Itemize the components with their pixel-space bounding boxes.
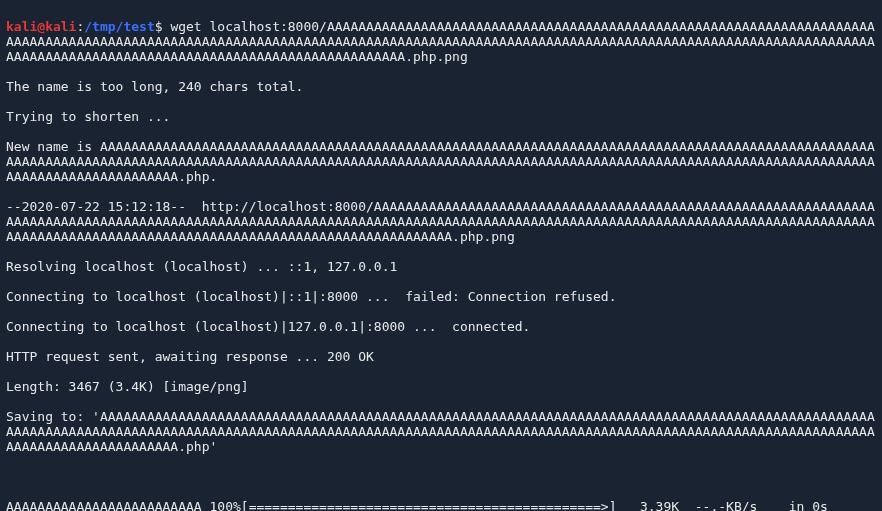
prompt-sym: $ <box>155 19 163 34</box>
output-request-ts: --2020-07-22 15:12:18-- http://localhost… <box>6 199 876 244</box>
blank-line <box>6 469 876 484</box>
terminal-window[interactable]: kali@kali:/tmp/test$ wget localhost:8000… <box>0 0 882 511</box>
output-connect-fail: Connecting to localhost (localhost)|::1|… <box>6 289 876 304</box>
prompt-cwd: /tmp/test <box>84 19 154 34</box>
prompt-user: kali <box>6 19 37 34</box>
prompt-at: @ <box>37 19 45 34</box>
output-saving-to: Saving to: 'AAAAAAAAAAAAAAAAAAAAAAAAAAAA… <box>6 409 876 454</box>
output-trying-shorten: Trying to shorten ... <box>6 109 876 124</box>
output-connect-ok: Connecting to localhost (localhost)|127.… <box>6 319 876 334</box>
output-name-too-long: The name is too long, 240 chars total. <box>6 79 876 94</box>
prompt-line-1: kali@kali:/tmp/test$ wget localhost:8000… <box>6 19 876 64</box>
output-http-200: HTTP request sent, awaiting response ...… <box>6 349 876 364</box>
output-progress-bar: AAAAAAAAAAAAAAAAAAAAAAAAA 100%[=========… <box>6 499 876 511</box>
prompt-host: kali <box>45 19 76 34</box>
output-length: Length: 3467 (3.4K) [image/png] <box>6 379 876 394</box>
output-new-name: New name is AAAAAAAAAAAAAAAAAAAAAAAAAAAA… <box>6 139 876 184</box>
output-resolving: Resolving localhost (localhost) ... ::1,… <box>6 259 876 274</box>
